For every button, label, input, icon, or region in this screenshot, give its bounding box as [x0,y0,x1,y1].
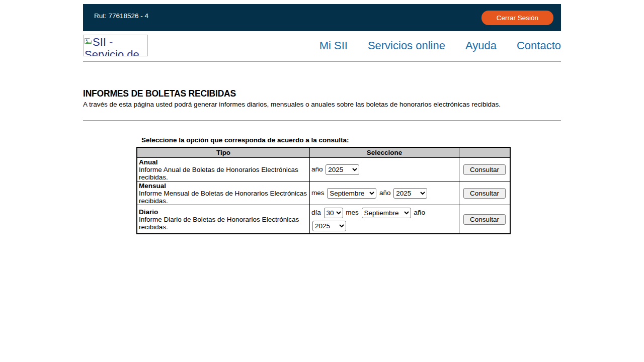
diario-controls-cell: día 30 mes Septiembre año 2025 [310,205,459,234]
page-description: A través de esta página usted podrá gene… [83,101,561,108]
consultar-button-anual[interactable]: Consultar [463,164,506,175]
diario-month-select[interactable]: Septiembre [362,208,411,218]
table-caption: Seleccione la opción que corresponda de … [141,136,509,144]
reports-table: Tipo Seleccione Anual Informe Anual de B… [136,147,511,234]
col-header-tipo: Tipo [137,147,310,158]
page-container: Rut: 77618526 - 4 Cerrar Sesión SII - Se… [83,4,561,234]
mensual-action-cell: Consultar [459,182,511,205]
logo-alt-text: SII - Servicio de [85,36,139,56]
logout-button[interactable]: Cerrar Sesión [481,11,553,25]
table-row-diario: Diario Informe Diario de Boletas de Hono… [137,205,510,234]
main-nav: Mi SII Servicios online Ayuda Contacto [319,39,561,52]
diario-action-cell: Consultar [459,205,511,234]
content-divider [83,120,561,121]
diario-day-label: día [311,209,321,216]
diario-day-select[interactable]: 30 [324,208,343,218]
rut-label: Rut: 77618526 - 4 [94,12,148,20]
anual-year-select[interactable]: 2025 [326,164,359,175]
nav-link-ayuda[interactable]: Ayuda [465,39,497,52]
consultar-button-mensual[interactable]: Consultar [463,188,506,199]
consultar-button-diario[interactable]: Consultar [463,214,506,225]
consultation-section: Seleccione la opción que corresponda de … [136,136,509,234]
table-row-mensual: Mensual Informe Mensual de Boletas de Ho… [137,182,510,205]
diario-tipo-cell: Diario Informe Diario de Boletas de Hono… [137,205,310,234]
header-divider [83,61,561,62]
diario-year-select[interactable]: 2025 [312,221,346,231]
diario-description: Informe Diario de Boletas de Honorarios … [139,216,299,231]
anual-controls-cell: año 2025 [310,158,459,182]
mensual-month-select[interactable]: Septiembre [327,188,376,199]
nav-link-contacto[interactable]: Contacto [517,39,561,52]
diario-title: Diario [139,208,158,216]
table-header-row: Tipo Seleccione [137,147,510,158]
diario-year-label: año [414,209,425,216]
mensual-controls-cell: mes Septiembre año 2025 [310,182,459,205]
topbar: Rut: 77618526 - 4 Cerrar Sesión [83,4,561,31]
mensual-year-select[interactable]: 2025 [393,188,427,199]
anual-year-label: año [311,165,323,173]
anual-description: Informe Anual de Boletas de Honorarios E… [139,166,298,181]
header: SII - Servicio de Mi SII Servicios onlin… [83,35,561,56]
mensual-description: Informe Mensual de Boletas de Honorarios… [139,190,307,205]
mensual-tipo-cell: Mensual Informe Mensual de Boletas de Ho… [137,182,310,205]
sii-logo-broken-image[interactable]: SII - Servicio de [83,35,148,56]
nav-link-mi-sii[interactable]: Mi SII [319,39,348,52]
broken-image-icon [85,36,92,48]
mensual-title: Mensual [139,182,166,190]
col-header-action [459,147,511,158]
anual-tipo-cell: Anual Informe Anual de Boletas de Honora… [137,158,310,182]
mensual-month-label: mes [311,189,325,197]
anual-action-cell: Consultar [459,158,511,182]
nav-link-servicios-online[interactable]: Servicios online [368,39,445,52]
col-header-seleccione: Seleccione [310,147,459,158]
diario-month-label: mes [346,209,359,216]
anual-title: Anual [139,158,158,166]
page-title: INFORMES DE BOLETAS RECIBIDAS [83,88,561,99]
table-row-anual: Anual Informe Anual de Boletas de Honora… [137,158,510,182]
mensual-year-label: año [379,189,391,197]
